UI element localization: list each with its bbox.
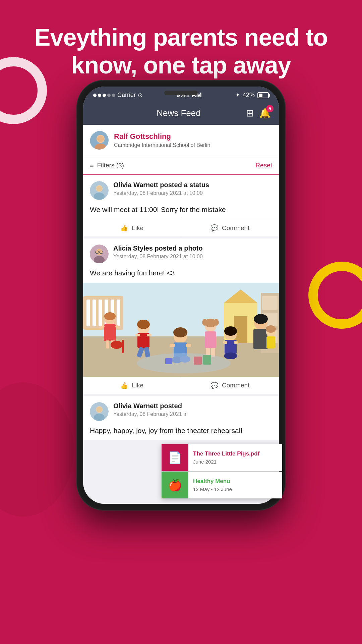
bluetooth-icon: ✦ [235,92,240,99]
post-2-actions: 👍 Like 💬 Comment [83,377,279,394]
post-1-header: Olivia Warnett posted a status Yesterday… [83,175,279,203]
svg-rect-49 [186,344,191,347]
like-icon-1: 👍 [120,224,128,232]
post-3-info: Olivia Warnett posted Yesterday, 08 Febr… [113,402,272,417]
notification-badge: 5 [266,105,274,112]
signal-dot-3 [103,94,106,97]
svg-point-11 [96,249,102,255]
signal-dot-2 [98,94,101,97]
pdf-notification-card[interactable]: 📄 The Three Little Pigs.pdf June 2021 [162,444,282,471]
svg-point-38 [104,312,116,320]
profile-card[interactable]: Ralf Gottschling Cambridge International… [83,125,279,156]
svg-rect-41 [135,334,140,336]
svg-rect-34 [106,340,109,348]
svg-point-68 [254,314,268,324]
clock: 9:41 AM [176,91,202,99]
signal-dot-5 [112,94,115,97]
svg-point-72 [111,341,123,349]
profile-info: Ralf Gottschling Cambridge International… [114,132,272,148]
svg-point-52 [173,327,187,337]
svg-point-64 [224,353,237,359]
post-3-author: Olivia Warnett posted [113,402,182,410]
pdf-subtitle: June 2021 [193,459,278,465]
svg-rect-42 [147,334,152,336]
post-1-comment-button[interactable]: 💬 Comment [181,219,279,236]
svg-rect-54 [205,331,216,348]
svg-point-57 [214,319,219,326]
decorative-circle-right [308,262,362,329]
post-2-text: We are having fun here! <3 [83,267,279,282]
like-label-2: Like [132,382,143,389]
comment-icon-1: 💬 [210,224,219,232]
post-3-header: Olivia Warnett posted Yesterday, 08 Febr… [83,396,279,424]
svg-rect-70 [266,336,275,348]
post-3-avatar-img [90,402,109,421]
signal-dots [93,94,115,97]
filters-left[interactable]: ≡ Filters (3) [90,161,124,169]
header-icons: ⊞ 🔔 5 [246,108,271,119]
pdf-icon-box: 📄 [162,444,188,471]
post-2-avatar [90,245,109,263]
pdf-title: The Three Little Pigs.pdf [193,450,278,457]
svg-point-71 [266,325,276,333]
menu-notification-content: Healthy Menu 12 May - 12 June [188,472,282,498]
post-2-time: Yesterday, 08 February 2021 at 10:00 [113,254,272,260]
svg-point-45 [137,320,150,329]
phone-outer-shell: Carrier ⊙ 9:41 AM ✦ 42% News Feed ⊞ [77,80,285,510]
bell-wrapper[interactable]: 🔔 5 [259,108,271,119]
signal-dot-1 [93,94,97,97]
menu-icon: 🍎 [168,478,182,492]
like-label-1: Like [132,224,143,232]
svg-point-3 [97,136,104,142]
post-1-avatar-img [90,181,109,200]
svg-rect-21 [99,300,102,326]
wifi-icon: ⊙ [138,92,143,99]
post-1-text: We will meet at 11:00! Sorry for the mis… [83,203,279,219]
post-2-image [83,283,279,377]
svg-rect-20 [93,300,96,326]
svg-point-77 [137,353,231,373]
svg-point-56 [202,319,207,326]
status-bar: Carrier ⊙ 9:41 AM ✦ 42% [83,87,279,102]
menu-notification-card[interactable]: 🍎 Healthy Menu 12 May - 12 June [162,472,282,498]
post-2-author: Alicia Styles posted a photo [113,245,203,252]
reset-button[interactable]: Reset [255,162,272,169]
feed-post-1: Olivia Warnett posted a status Yesterday… [83,175,279,236]
like-icon-2: 👍 [120,382,128,389]
svg-rect-48 [170,344,175,347]
post-1-author: Olivia Warnett posted a status [113,181,209,189]
svg-rect-67 [253,329,268,349]
comment-label-2: Comment [222,382,249,389]
profile-avatar-img [90,131,109,150]
bottom-notification-cards: 📄 The Three Little Pigs.pdf June 2021 🍎 [162,444,282,499]
pdf-icon: 📄 [168,451,182,464]
menu-title: Healthy Menu [193,478,278,485]
post-1-info: Olivia Warnett posted a status Yesterday… [113,181,272,196]
status-left: Carrier ⊙ [93,92,143,99]
post-1-like-button[interactable]: 👍 Like [83,219,181,236]
hero-section: Eveything parents need to know, one tap … [0,13,362,79]
post-2-comment-button[interactable]: 💬 Comment [181,377,279,394]
svg-rect-19 [86,300,90,326]
svg-point-65 [224,326,237,336]
feed-post-3: Olivia Warnett posted Yesterday, 08 Febr… [83,396,279,440]
profile-avatar [90,131,109,150]
post-3-time: Yesterday, 08 February 2021 a [113,411,272,417]
post-2-like-button[interactable]: 👍 Like [83,377,181,394]
svg-rect-63 [234,341,238,344]
post-1-actions: 👍 Like 💬 Comment [83,219,279,236]
qr-icon[interactable]: ⊞ [246,108,254,119]
post-1-avatar [90,181,109,200]
menu-subtitle: 12 May - 12 June [193,486,278,492]
battery-fill [259,94,262,97]
header-title: News Feed [111,108,246,118]
profile-name: Ralf Gottschling [114,132,272,141]
app-header: News Feed ⊞ 🔔 5 [83,102,279,125]
filters-bar: ≡ Filters (3) Reset [83,156,279,175]
post-2-info: Alicia Styles posted a photo Yesterday, … [113,245,272,260]
phone-screen: Carrier ⊙ 9:41 AM ✦ 42% News Feed ⊞ [83,87,279,504]
svg-point-81 [96,407,102,413]
battery-icon [257,92,269,98]
filter-icon: ≡ [90,161,94,169]
feed-post-2: Alicia Styles posted a photo Yesterday, … [83,238,279,394]
